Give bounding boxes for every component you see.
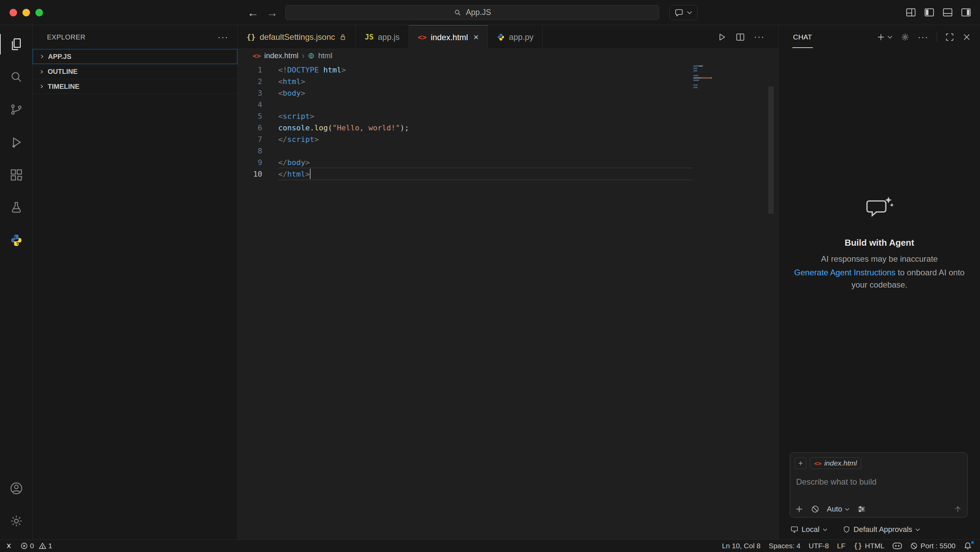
problems-status[interactable]: 0 1 <box>19 540 54 552</box>
model-settings-sliders-icon[interactable] <box>857 505 866 514</box>
maximize-panel-icon[interactable] <box>945 33 954 41</box>
line-number: 2 <box>238 77 262 86</box>
generate-agent-instructions-link[interactable]: Generate Agent Instructions <box>794 268 896 277</box>
activity-search[interactable] <box>0 60 33 93</box>
bell-icon <box>964 542 972 550</box>
line-text: console.log("Hello, world!"); <box>262 124 409 132</box>
activity-account[interactable] <box>0 472 33 505</box>
plus-icon <box>877 33 885 41</box>
new-chat-button[interactable] <box>877 33 892 41</box>
indentation-status[interactable]: Spaces: 4 <box>764 540 804 552</box>
chat-more-icon[interactable]: ··· <box>918 32 929 43</box>
code-line[interactable]: 6console.log("Hello, world!"); <box>238 122 778 133</box>
html-file-icon: <> <box>814 460 822 467</box>
tools-disabled-icon[interactable] <box>811 505 819 513</box>
toggle-primary-sidebar-icon[interactable] <box>924 8 934 18</box>
more-actions-icon[interactable]: ··· <box>754 32 765 42</box>
breadcrumb-file[interactable]: index.html <box>264 51 298 60</box>
code-line[interactable]: 8 <box>238 145 778 157</box>
editor-group: {} defaultSettings.jsonc JS app.js <> in… <box>238 25 778 539</box>
more-actions-icon[interactable]: ··· <box>218 32 229 43</box>
breadcrumb-symbol[interactable]: html <box>318 51 332 60</box>
html-file-icon: <> <box>253 52 261 60</box>
js-file-icon: JS <box>365 33 374 41</box>
sidebar-title: EXPLORER <box>47 33 86 41</box>
code-line[interactable]: 5<script> <box>238 110 778 122</box>
line-text: <body> <box>262 89 305 97</box>
python-file-icon <box>497 33 505 41</box>
tab-defaultsettings-jsonc[interactable]: {} defaultSettings.jsonc <box>238 25 356 49</box>
extensions-icon <box>10 168 23 182</box>
chat-settings-gear-icon[interactable] <box>900 33 910 41</box>
code-line[interactable]: 7</script> <box>238 133 778 145</box>
code-line[interactable]: 9</body> <box>238 157 778 168</box>
eol-status[interactable]: LF <box>833 540 850 552</box>
activity-run-debug[interactable] <box>0 126 33 159</box>
activity-extensions[interactable] <box>0 159 33 191</box>
live-server-port-status[interactable]: Port : 5500 <box>906 540 959 552</box>
git-branch-icon <box>10 103 23 116</box>
sidebar-section-workspace[interactable]: APP.JS <box>33 49 237 64</box>
json-file-icon: {} <box>247 33 256 41</box>
add-context-button[interactable]: + <box>795 457 807 469</box>
activity-explorer[interactable] <box>0 28 33 60</box>
chat-input-box[interactable]: + <> index.html Describe what to build A… <box>790 452 968 518</box>
tab-app-js[interactable]: JS app.js <box>356 25 409 49</box>
mode-picker[interactable]: Auto <box>827 505 850 514</box>
sidebar-section-outline[interactable]: OUTLINE <box>33 64 237 79</box>
attach-plus-icon[interactable] <box>795 505 803 514</box>
tab-index-html[interactable]: <> index.html × <box>409 25 488 49</box>
remote-indicator-icon[interactable] <box>5 542 13 550</box>
send-icon[interactable] <box>953 504 963 514</box>
toggle-secondary-sidebar-icon[interactable] <box>961 8 971 18</box>
breadcrumb-separator: › <box>302 51 304 60</box>
zoom-window-button[interactable] <box>35 9 43 16</box>
breadcrumbs: <> index.html › html <box>238 49 778 63</box>
close-tab-icon[interactable]: × <box>473 32 479 43</box>
line-number: 4 <box>238 100 262 109</box>
copilot-icon <box>892 542 902 549</box>
code-line[interactable]: 4 <box>238 99 778 110</box>
chat-tab[interactable]: CHAT <box>792 26 813 48</box>
chat-input-placeholder[interactable]: Describe what to build <box>790 469 967 487</box>
language-label: HTML <box>865 542 884 550</box>
copilot-status[interactable] <box>888 540 906 552</box>
notifications-status[interactable] <box>959 540 976 552</box>
close-window-button[interactable] <box>10 9 17 16</box>
minimap-content <box>693 65 714 88</box>
code-editor[interactable]: 1<!DOCTYPE html>2<html>3<body>45<script>… <box>238 63 778 539</box>
encoding-status[interactable]: UTF-8 <box>805 540 833 552</box>
search-icon <box>453 8 462 17</box>
code-line[interactable]: 10</html> <box>238 168 778 180</box>
gear-icon <box>10 514 23 528</box>
approvals-picker[interactable]: Default Approvals <box>842 525 920 534</box>
forward-icon[interactable]: → <box>266 7 278 18</box>
customize-layout-icon[interactable] <box>906 8 916 18</box>
vertical-scrollbar[interactable] <box>768 86 774 214</box>
activity-source-control[interactable] <box>0 93 33 126</box>
minimize-window-button[interactable] <box>22 9 30 16</box>
context-row: + <> index.html <box>790 453 967 469</box>
sidebar-section-timeline[interactable]: TIMELINE <box>33 79 237 94</box>
shield-icon <box>842 525 851 534</box>
tab-app-py[interactable]: app.py <box>488 25 543 49</box>
language-mode-status[interactable]: {} HTML <box>850 540 888 552</box>
command-center-search[interactable]: App.JS <box>285 5 659 20</box>
minimap[interactable] <box>693 65 714 89</box>
cursor-position-status[interactable]: Ln 10, Col 8 <box>718 540 764 552</box>
close-panel-icon[interactable] <box>962 33 971 41</box>
run-file-icon[interactable] <box>717 32 727 42</box>
activity-python[interactable] <box>0 224 33 257</box>
layout-controls <box>906 8 971 18</box>
back-icon[interactable]: ← <box>247 7 259 18</box>
activity-testing[interactable] <box>0 191 33 224</box>
split-editor-icon[interactable] <box>735 32 745 42</box>
copilot-chat-icon <box>675 8 683 17</box>
activity-bar <box>0 25 33 539</box>
environment-picker[interactable]: Local <box>790 525 827 534</box>
copilot-titlebar-button[interactable] <box>670 5 697 20</box>
toggle-panel-icon[interactable] <box>943 8 953 18</box>
activity-settings[interactable] <box>0 505 33 538</box>
context-chip[interactable]: <> index.html <box>810 457 861 469</box>
line-text: <script> <box>262 112 314 121</box>
